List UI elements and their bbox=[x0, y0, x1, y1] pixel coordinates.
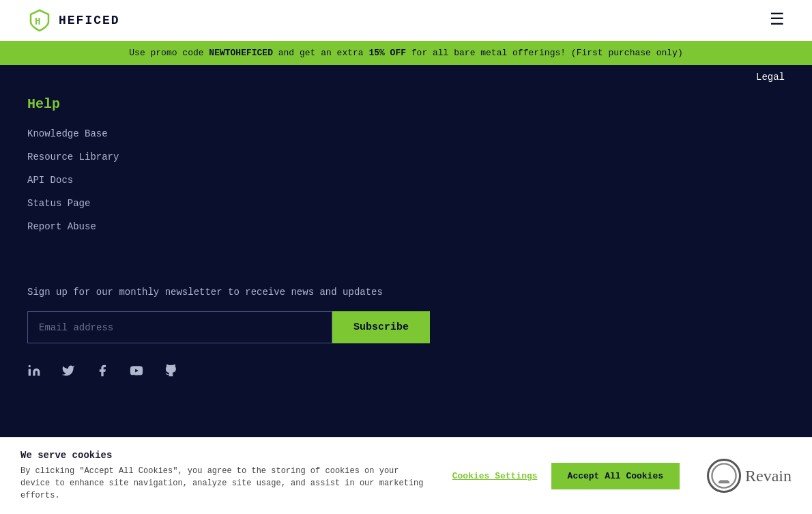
newsletter-text: Sign up for our monthly newsletter to re… bbox=[27, 287, 785, 298]
accept-cookies-button[interactable]: Accept All Cookies bbox=[551, 463, 680, 489]
svg-text:H: H bbox=[35, 16, 40, 27]
logo-area: H HEFICED bbox=[27, 8, 120, 33]
facebook-icon[interactable] bbox=[96, 364, 109, 382]
social-icons bbox=[27, 364, 785, 382]
cookie-content: We serve cookies By clicking "Accept All… bbox=[20, 450, 432, 502]
api-docs-link[interactable]: API Docs bbox=[27, 175, 785, 186]
resource-library-link[interactable]: Resource Library bbox=[27, 152, 785, 162]
promo-text-after-code: and get an extra bbox=[273, 48, 368, 58]
hamburger-menu[interactable]: ☰ bbox=[770, 12, 785, 29]
cookie-banner: We serve cookies By clicking "Accept All… bbox=[0, 437, 812, 514]
svg-point-3 bbox=[29, 365, 31, 367]
github-icon[interactable] bbox=[164, 364, 177, 382]
cookie-text: By clicking "Accept All Cookies", you ag… bbox=[20, 465, 432, 502]
revain-circle-icon bbox=[707, 459, 741, 493]
promo-text-before: Use promo code bbox=[129, 48, 209, 58]
promo-text-after-discount: for all bare metal offerings! (First pur… bbox=[406, 48, 683, 58]
svg-rect-7 bbox=[720, 480, 729, 482]
youtube-icon[interactable] bbox=[130, 364, 143, 382]
linkedin-icon[interactable] bbox=[27, 364, 41, 382]
logo-icon: H bbox=[27, 8, 52, 33]
cookie-actions: Cookies Settings Accept All Cookies Reva… bbox=[452, 459, 792, 493]
main-content: Help Knowledge Base Resource Library API… bbox=[0, 83, 812, 395]
promo-code: NEWTOHEFICED bbox=[209, 48, 273, 58]
legal-link[interactable]: Legal bbox=[756, 72, 785, 83]
email-input[interactable] bbox=[27, 311, 332, 343]
newsletter-form: Subscribe bbox=[27, 311, 430, 343]
header: H HEFICED ☰ bbox=[0, 0, 812, 41]
promo-banner: Use promo code NEWTOHEFICED and get an e… bbox=[0, 41, 812, 65]
knowledge-base-link[interactable]: Knowledge Base bbox=[27, 128, 785, 139]
svg-point-5 bbox=[712, 463, 736, 487]
revain-brand-text: Revain bbox=[745, 467, 792, 485]
status-page-link[interactable]: Status Page bbox=[27, 198, 785, 209]
help-title: Help bbox=[27, 96, 785, 112]
cookie-title: We serve cookies bbox=[20, 450, 432, 461]
help-section: Help Knowledge Base Resource Library API… bbox=[27, 96, 785, 232]
subscribe-button[interactable]: Subscribe bbox=[332, 311, 430, 343]
logo-text: HEFICED bbox=[59, 14, 120, 27]
newsletter-section: Sign up for our monthly newsletter to re… bbox=[27, 287, 785, 343]
promo-discount: 15% OFF bbox=[368, 48, 406, 58]
top-links: Legal bbox=[0, 65, 812, 83]
report-abuse-link[interactable]: Report Abuse bbox=[27, 221, 785, 232]
svg-rect-2 bbox=[29, 369, 31, 376]
cookie-settings-button[interactable]: Cookies Settings bbox=[452, 471, 538, 481]
twitter-icon[interactable] bbox=[61, 364, 75, 382]
revain-logo: Revain bbox=[707, 459, 792, 493]
help-links: Knowledge Base Resource Library API Docs… bbox=[27, 128, 785, 232]
